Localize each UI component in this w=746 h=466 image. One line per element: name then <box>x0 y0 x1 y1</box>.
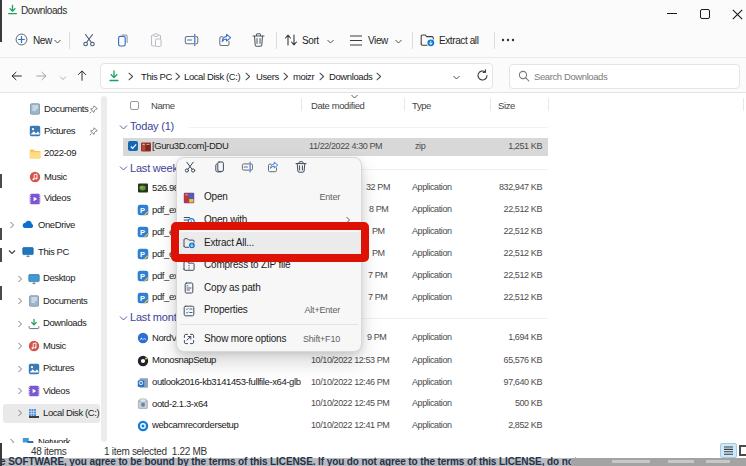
svg-text:P: P <box>140 272 145 281</box>
svg-text:O: O <box>139 380 144 386</box>
svg-text:P: P <box>140 228 145 237</box>
svg-text:P: P <box>140 293 145 302</box>
svg-text:P: P <box>140 206 145 215</box>
svg-text:P: P <box>140 250 145 259</box>
